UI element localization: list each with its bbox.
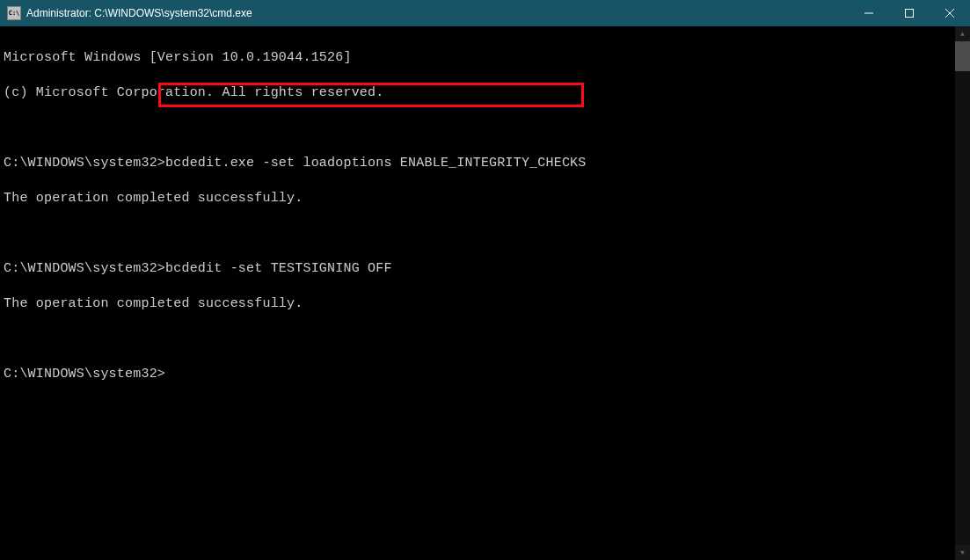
command-line: C:\WINDOWS\system32>bcdedit.exe -set loa… <box>4 155 966 172</box>
maximize-button[interactable] <box>889 0 930 26</box>
cmd-icon <box>7 6 21 20</box>
result-line: The operation completed successfully. <box>4 295 966 313</box>
window-controls <box>849 0 970 26</box>
result-line: The operation completed successfully. <box>4 190 966 207</box>
console-output[interactable]: Microsoft Windows [Version 10.0.19044.15… <box>0 26 970 560</box>
prompt: C:\WINDOWS\system32> <box>4 261 165 276</box>
command-text: bcdedit.exe -set loadoptions ENABLE_INTE… <box>165 156 586 171</box>
prompt-line: C:\WINDOWS\system32> <box>4 366 966 383</box>
vertical-scrollbar[interactable]: ▲ ▼ <box>955 26 970 560</box>
banner-line: Microsoft Windows [Version 10.0.19044.15… <box>4 49 966 67</box>
scroll-thumb[interactable] <box>955 41 970 71</box>
banner-line: (c) Microsoft Corporation. All rights re… <box>4 84 966 102</box>
blank-line <box>4 331 966 348</box>
prompt: C:\WINDOWS\system32> <box>4 156 165 171</box>
close-button[interactable] <box>930 0 970 26</box>
scroll-down-button[interactable]: ▼ <box>955 545 970 560</box>
blank-line <box>4 225 966 243</box>
scroll-up-button[interactable]: ▲ <box>955 26 970 41</box>
blank-line <box>4 120 966 137</box>
command-text: bcdedit -set TESTSIGNING OFF <box>165 261 392 276</box>
titlebar[interactable]: Administrator: C:\WINDOWS\system32\cmd.e… <box>0 0 970 26</box>
svg-rect-1 <box>906 10 914 18</box>
window-title: Administrator: C:\WINDOWS\system32\cmd.e… <box>26 7 849 19</box>
command-line: C:\WINDOWS\system32>bcdedit -set TESTSIG… <box>4 260 966 278</box>
minimize-button[interactable] <box>849 0 889 26</box>
